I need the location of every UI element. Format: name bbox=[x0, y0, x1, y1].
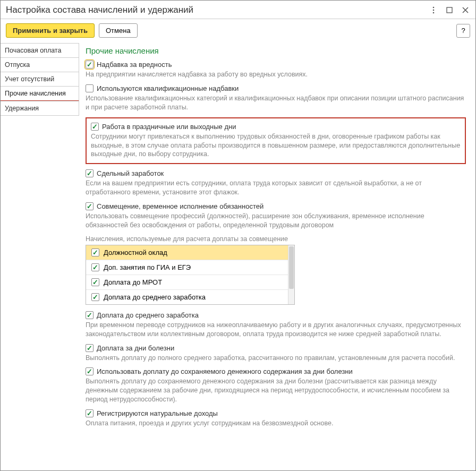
highlighted-option: Работа в праздничные или выходные дни Со… bbox=[86, 117, 466, 165]
checkbox-qualification-bonus[interactable] bbox=[86, 84, 94, 92]
sidebar-item-hourly[interactable]: Почасовая оплата bbox=[1, 43, 79, 58]
svg-point-1 bbox=[433, 10, 435, 11]
checkbox-sick-days[interactable] bbox=[86, 344, 94, 352]
option-label: Используются квалификационные надбавки bbox=[97, 84, 239, 92]
option-desc: Использование квалификационных категорий… bbox=[86, 94, 466, 112]
accruals-listbox[interactable]: Должностной оклад Доп. занятия по ГИА и … bbox=[86, 245, 295, 305]
sidebar-item-absence[interactable]: Учет отсутствий bbox=[1, 72, 79, 87]
option-preserved-pay-sick: Использовать доплату до сохраняемого ден… bbox=[86, 367, 466, 404]
checkbox-list-item[interactable] bbox=[91, 249, 99, 256]
option-desc: Оплата питания, проезда и других услуг с… bbox=[86, 419, 466, 428]
list-item[interactable]: Доплата до среднего заработка bbox=[86, 290, 289, 304]
svg-rect-3 bbox=[447, 7, 452, 13]
option-natural-income: Регистрируются натуральные доходы Оплата… bbox=[86, 409, 466, 428]
list-label: Начисления, используемые для расчета доп… bbox=[86, 235, 466, 243]
option-piecework: Сдельный заработок Если на вашем предпри… bbox=[86, 169, 466, 197]
option-label: Доплата за дни болезни bbox=[97, 344, 174, 352]
list-item[interactable]: Доп. занятия по ГИА и ЕГЭ bbox=[86, 260, 289, 275]
list-item-label: Должностной оклад bbox=[104, 249, 167, 256]
list-item[interactable]: Должностной оклад bbox=[86, 245, 289, 260]
list-item-label: Доплата до МРОТ bbox=[104, 278, 162, 286]
scrollbar-thumb[interactable] bbox=[289, 246, 294, 289]
kebab-icon[interactable] bbox=[429, 5, 438, 15]
option-label: Использовать доплату до сохраняемого ден… bbox=[97, 367, 353, 375]
option-desc: Выполнять доплату до сохраняемого денежн… bbox=[86, 377, 466, 404]
option-desc: Сотрудники могут привлекаться к выполнен… bbox=[91, 132, 461, 159]
scrollbar[interactable] bbox=[288, 245, 294, 304]
checkbox-combination[interactable] bbox=[86, 202, 94, 210]
checkbox-harmful-bonus[interactable] bbox=[86, 61, 94, 68]
svg-point-0 bbox=[433, 7, 435, 8]
apply-close-button[interactable]: Применить и закрыть bbox=[6, 23, 95, 38]
checkbox-list-item[interactable] bbox=[91, 293, 99, 301]
section-title: Прочие начисления bbox=[86, 46, 466, 55]
cancel-button[interactable]: Отмена bbox=[99, 23, 138, 38]
list-item-label: Доп. занятия по ГИА и ЕГЭ bbox=[104, 263, 191, 271]
option-desc: На предприятии начисляется надбавка за р… bbox=[86, 70, 466, 79]
checkbox-preserved-pay[interactable] bbox=[86, 367, 94, 375]
option-sick-days-supplement: Доплата за дни болезни Выполнять доплату… bbox=[86, 344, 466, 363]
checkbox-piecework[interactable] bbox=[86, 169, 94, 177]
option-label: Работа в праздничные или выходные дни bbox=[102, 123, 236, 131]
sidebar-item-deductions[interactable]: Удержания bbox=[1, 101, 79, 116]
option-label: Надбавка за вредность bbox=[97, 61, 172, 68]
list-item-label: Доплата до среднего заработка bbox=[104, 293, 206, 301]
option-desc: При временном переводе сотрудников на ни… bbox=[86, 321, 466, 339]
content-panel: Прочие начисления Надбавка за вредность … bbox=[79, 42, 475, 469]
help-button[interactable]: ? bbox=[456, 24, 470, 38]
checkbox-list-item[interactable] bbox=[91, 263, 99, 271]
checkbox-holiday-work[interactable] bbox=[91, 123, 99, 131]
option-desc: Если на вашем предприятии есть сотрудник… bbox=[86, 179, 466, 197]
option-desc: Использовать совмещение профессий (должн… bbox=[86, 212, 466, 230]
option-label: Совмещение, временное исполнение обязанн… bbox=[97, 202, 264, 210]
checkbox-avg-pay[interactable] bbox=[86, 311, 94, 319]
sidebar-item-vacation[interactable]: Отпуска bbox=[1, 57, 79, 72]
sidebar: Почасовая оплата Отпуска Учет отсутствий… bbox=[1, 42, 79, 469]
svg-point-2 bbox=[433, 12, 435, 14]
option-avg-pay-supplement: Доплата до среднего заработка При времен… bbox=[86, 311, 466, 339]
sidebar-item-other-accruals[interactable]: Прочие начисления bbox=[1, 86, 79, 101]
maximize-icon[interactable] bbox=[445, 5, 454, 15]
list-item[interactable]: Доплата до МРОТ bbox=[86, 275, 289, 290]
option-desc: Выполнять доплату до полного среднего за… bbox=[86, 354, 466, 363]
checkbox-list-item[interactable] bbox=[91, 278, 99, 286]
checkbox-natural-income[interactable] bbox=[86, 409, 94, 417]
close-icon[interactable] bbox=[461, 5, 470, 15]
option-combination: Совмещение, временное исполнение обязанн… bbox=[86, 202, 466, 230]
option-label: Доплата до среднего заработка bbox=[97, 311, 199, 319]
window-title: Настройка состава начислений и удержаний bbox=[6, 5, 422, 15]
option-harmful-bonus: Надбавка за вредность На предприятии нач… bbox=[86, 61, 466, 79]
option-qualification-bonus: Используются квалификационные надбавки И… bbox=[86, 84, 466, 112]
option-label: Регистрируются натуральные доходы bbox=[97, 409, 218, 417]
option-label: Сдельный заработок bbox=[97, 169, 164, 177]
